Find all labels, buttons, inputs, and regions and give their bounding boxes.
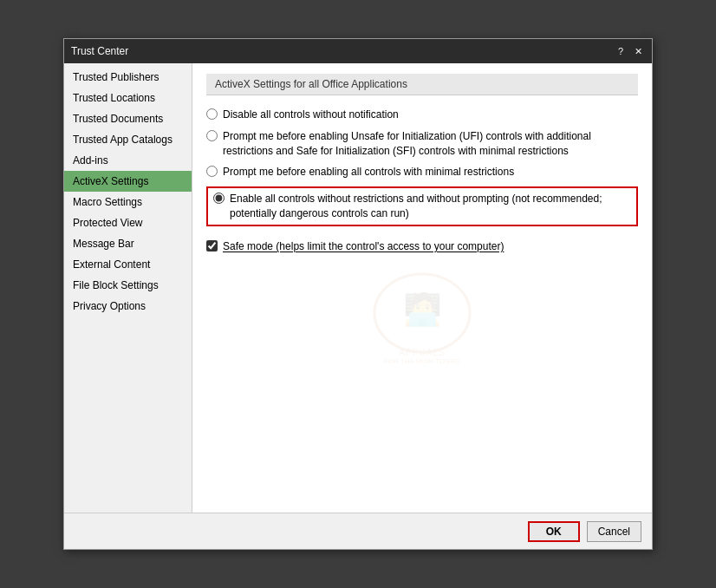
sidebar-item-trusted-documents[interactable]: Trusted Documents (64, 108, 192, 129)
radio-item-3[interactable]: Prompt me before enabling all controls w… (206, 165, 638, 180)
sidebar-item-protected-view[interactable]: Protected View (64, 212, 192, 233)
sidebar-item-privacy-options[interactable]: Privacy Options (64, 296, 192, 317)
dialog-footer: OK Cancel (64, 513, 652, 549)
sidebar-item-file-block-settings[interactable]: File Block Settings (64, 275, 192, 296)
dialog-body: Trusted PublishersTrusted LocationsTrust… (64, 63, 652, 513)
sidebar-item-trusted-app-catalogs[interactable]: Trusted App Catalogs (64, 129, 192, 150)
safemode-label[interactable]: Safe mode (helps limit the control's acc… (223, 240, 504, 252)
title-bar: Trust Center ? ✕ (64, 39, 652, 63)
watermark: 🧑‍💻 APPUALS FOR THE HOW-TO'ERS (206, 270, 638, 365)
sidebar-item-external-content[interactable]: External Content (64, 254, 192, 275)
main-content: ActiveX Settings for all Office Applicat… (192, 63, 652, 513)
radio-input-1[interactable] (206, 108, 218, 120)
sidebar: Trusted PublishersTrusted LocationsTrust… (64, 63, 192, 513)
sidebar-item-trusted-publishers[interactable]: Trusted Publishers (64, 67, 192, 88)
radio-label-3: Prompt me before enabling all controls w… (223, 165, 514, 180)
radio-input-3[interactable] (206, 166, 218, 177)
title-controls: ? ✕ (614, 44, 645, 58)
svg-text:🧑‍💻: 🧑‍💻 (403, 291, 442, 328)
radio-item-2[interactable]: Prompt me before enabling Unsafe for Ini… (206, 129, 638, 159)
radio-input-2[interactable] (206, 130, 218, 141)
safemode-checkbox[interactable] (206, 240, 218, 252)
sidebar-item-add-ins[interactable]: Add-ins (64, 150, 192, 171)
sidebar-item-message-bar[interactable]: Message Bar (64, 233, 192, 254)
radio-item-4[interactable]: Enable all controls without restrictions… (206, 186, 638, 226)
section-title: ActiveX Settings for all Office Applicat… (206, 74, 638, 95)
radio-item-1[interactable]: Disable all controls without notificatio… (206, 108, 638, 122)
trust-center-dialog: Trust Center ? ✕ Trusted PublishersTrust… (63, 38, 653, 550)
radio-input-4[interactable] (213, 193, 225, 204)
sidebar-item-trusted-locations[interactable]: Trusted Locations (64, 88, 192, 108)
sidebar-item-activex-settings[interactable]: ActiveX Settings (64, 171, 192, 192)
ok-button[interactable]: OK (528, 521, 580, 542)
watermark-svg: 🧑‍💻 (370, 270, 474, 356)
radio-group: Disable all controls without notificatio… (206, 108, 638, 226)
dialog-title: Trust Center (71, 45, 128, 57)
cancel-button[interactable]: Cancel (587, 521, 641, 542)
radio-label-1: Disable all controls without notificatio… (223, 108, 399, 122)
checkbox-item: Safe mode (helps limit the control's acc… (206, 240, 638, 252)
help-button[interactable]: ? (614, 44, 628, 58)
radio-label-4: Enable all controls without restrictions… (230, 192, 631, 221)
sidebar-item-macro-settings[interactable]: Macro Settings (64, 192, 192, 212)
radio-label-2: Prompt me before enabling Unsafe for Ini… (223, 129, 638, 159)
close-button[interactable]: ✕ (631, 44, 645, 58)
